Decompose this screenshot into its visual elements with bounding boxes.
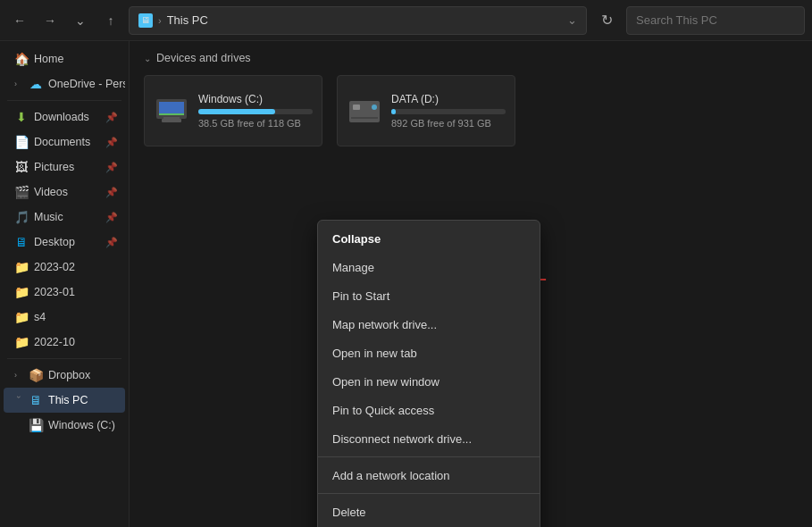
drive-c-bar-bg — [198, 109, 313, 114]
music-icon: 🎵 — [14, 210, 29, 224]
sidebar-item-label: 2022-10 — [34, 336, 75, 348]
address-separator: › — [158, 15, 162, 26]
recent-button[interactable]: ⌄ — [68, 8, 93, 33]
folder-icon: 📁 — [14, 335, 29, 349]
svg-rect-1 — [159, 102, 184, 114]
drive-d-info: DATA (D:) 892 GB free of 931 GB — [391, 93, 506, 129]
pin-icon: 📌 — [105, 162, 118, 173]
main-layout: 🏠 Home › ☁ OneDrive - Pers ⬇ Downloads 📌… — [0, 41, 812, 527]
sidebar-item-label: Videos — [34, 186, 68, 198]
ctx-item-map-network[interactable]: Map network drive... — [318, 310, 540, 339]
sidebar-item-music[interactable]: 🎵 Music 📌 — [4, 205, 125, 230]
pin-icon: 📌 — [105, 112, 118, 123]
sidebar-item-label: OneDrive - Pers — [48, 78, 125, 90]
pin-icon: 📌 — [105, 212, 118, 223]
sidebar-item-home[interactable]: 🏠 Home — [4, 46, 125, 71]
sidebar-item-documents[interactable]: 📄 Documents 📌 — [4, 130, 125, 155]
chevron-icon: › — [14, 396, 23, 405]
sidebar-item-pictures[interactable]: 🖼 Pictures 📌 — [4, 155, 125, 180]
ctx-item-open-new-window[interactable]: Open in new window — [318, 367, 540, 396]
up-button[interactable]: ↑ — [98, 8, 123, 33]
sidebar-item-label: Pictures — [34, 161, 74, 173]
sidebar-divider — [7, 358, 121, 359]
pin-icon: 📌 — [105, 237, 118, 248]
refresh-button[interactable]: ↻ — [592, 6, 621, 35]
sidebar-item-dropbox[interactable]: › 📦 Dropbox — [4, 363, 125, 388]
ctx-item-pin-to-start[interactable]: Pin to Start — [318, 281, 540, 310]
sidebar-item-downloads[interactable]: ⬇ Downloads 📌 — [4, 105, 125, 130]
svg-rect-8 — [351, 117, 378, 119]
context-menu: Collapse Manage Pin to Start Map network… — [317, 220, 540, 527]
drive-card-d[interactable]: DATA (D:) 892 GB free of 931 GB — [337, 75, 515, 146]
desktop-icon: 🖥 — [14, 235, 29, 249]
downloads-icon: ⬇ — [14, 110, 29, 124]
videos-icon: 🎬 — [14, 185, 29, 199]
drive-c-info: Windows (C:) 38.5 GB free of 118 GB — [198, 93, 313, 129]
drives-grid: Windows (C:) 38.5 GB free of 118 GB — [144, 75, 798, 146]
sidebar-item-onedrive[interactable]: › ☁ OneDrive - Pers — [4, 71, 125, 96]
drive-c-free: 38.5 GB free of 118 GB — [198, 118, 313, 129]
address-chevron-icon[interactable]: ⌄ — [567, 13, 577, 27]
folder-icon: 📁 — [14, 310, 29, 324]
chevron-icon: › — [14, 79, 23, 88]
folder-icon: 📁 — [14, 285, 29, 299]
sidebar-item-label: This PC — [48, 394, 88, 406]
svg-rect-2 — [159, 113, 184, 115]
sidebar-item-thispc[interactable]: › 🖥 This PC — [4, 388, 125, 413]
drive-d-name: DATA (D:) — [391, 93, 506, 105]
pictures-icon: 🖼 — [14, 160, 29, 174]
ctx-item-delete[interactable]: Delete — [318, 498, 540, 526]
section-title: Devices and drives — [156, 52, 251, 64]
search-input[interactable] — [626, 6, 805, 35]
sidebar-item-2022-10[interactable]: 📁 2022-10 — [4, 330, 125, 355]
ctx-item-pin-quick-access[interactable]: Pin to Quick access — [318, 396, 540, 424]
ctx-item-open-new-tab[interactable]: Open in new tab — [318, 339, 540, 367]
sidebar-item-label: Home — [34, 53, 63, 65]
home-icon: 🏠 — [14, 52, 29, 66]
drive-icon: 💾 — [29, 418, 43, 432]
svg-rect-6 — [353, 105, 360, 110]
svg-rect-3 — [163, 117, 180, 119]
sidebar-item-label: Music — [34, 211, 63, 223]
ctx-divider-2 — [318, 493, 540, 494]
sidebar-item-desktop[interactable]: 🖥 Desktop 📌 — [4, 230, 125, 255]
ctx-item-add-network[interactable]: Add a network location — [318, 461, 540, 489]
sidebar-divider — [7, 100, 121, 101]
pin-icon: 📌 — [105, 137, 118, 148]
svg-rect-5 — [349, 101, 380, 122]
drive-c-name: Windows (C:) — [198, 93, 313, 105]
address-bar[interactable]: 🖥 › This PC ⌄ — [129, 6, 587, 35]
back-button[interactable]: ← — [7, 8, 32, 33]
onedrive-icon: ☁ — [29, 77, 43, 91]
section-chevron-icon[interactable]: ⌄ — [144, 54, 151, 63]
drive-icon-d — [347, 93, 382, 129]
documents-icon: 📄 — [14, 135, 29, 149]
sidebar-item-2023-02[interactable]: 📁 2023-02 — [4, 255, 125, 280]
ctx-item-manage[interactable]: Manage — [318, 253, 540, 281]
ctx-divider-1 — [318, 456, 540, 457]
devices-section-header: ⌄ Devices and drives — [144, 52, 798, 64]
forward-button[interactable]: → — [38, 8, 63, 33]
drive-icon-c — [154, 93, 189, 129]
sidebar-item-label: Downloads — [34, 111, 89, 123]
sidebar: 🏠 Home › ☁ OneDrive - Pers ⬇ Downloads 📌… — [0, 41, 130, 527]
sidebar-item-label: Documents — [34, 136, 90, 148]
address-text: This PC — [167, 13, 208, 27]
drive-d-free: 892 GB free of 931 GB — [391, 118, 506, 129]
drive-d-bar-bg — [391, 109, 506, 114]
svg-point-7 — [372, 105, 377, 110]
sidebar-item-label: 2023-02 — [34, 261, 75, 273]
sidebar-item-windows-c[interactable]: 💾 Windows (C:) — [4, 413, 125, 438]
drive-c-bar-fill — [198, 109, 275, 114]
ctx-item-collapse[interactable]: Collapse — [318, 224, 540, 253]
sidebar-item-label: Windows (C:) — [48, 419, 115, 431]
sidebar-item-s4[interactable]: 📁 s4 — [4, 305, 125, 330]
thispc-icon: 🖥 — [29, 393, 43, 407]
sidebar-item-2023-01[interactable]: 📁 2023-01 — [4, 280, 125, 305]
sidebar-item-label: 2023-01 — [34, 286, 75, 298]
chevron-icon: › — [14, 371, 23, 380]
drive-d-bar-fill — [391, 109, 396, 114]
drive-card-c[interactable]: Windows (C:) 38.5 GB free of 118 GB — [144, 75, 322, 146]
ctx-item-disconnect-network[interactable]: Disconnect network drive... — [318, 424, 540, 453]
sidebar-item-videos[interactable]: 🎬 Videos 📌 — [4, 180, 125, 205]
